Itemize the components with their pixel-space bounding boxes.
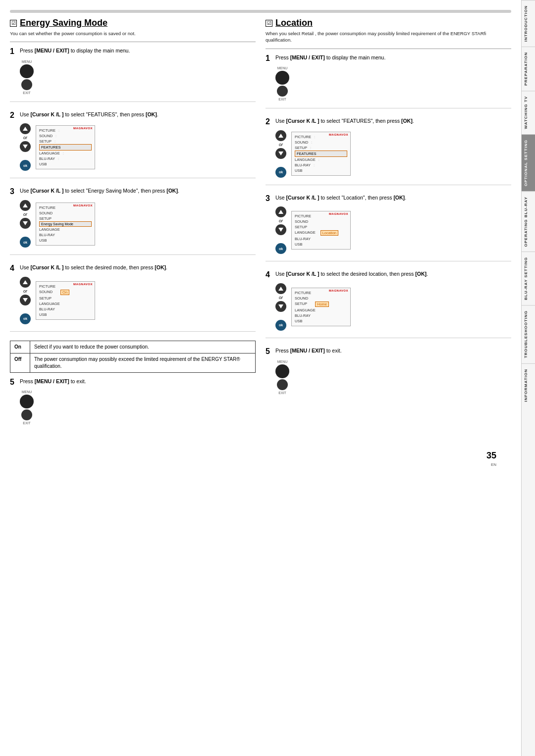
- top-bar: [10, 10, 511, 13]
- step-number: 4: [266, 270, 273, 279]
- menu-item-energy: Energy Saving Mode: [39, 221, 92, 227]
- section-divider-2: [266, 49, 511, 49]
- step-text: Use [Cursor K /L ] to select "Energy Sav…: [20, 187, 179, 195]
- energy-saving-checkbox: ☑: [10, 20, 17, 27]
- ok-button: ok: [275, 167, 286, 178]
- location-step-5: 5 Press [MENU / EXIT] to exit. MENU EXIT: [266, 347, 511, 402]
- cursor-down: [275, 301, 286, 312]
- menu-button: [275, 364, 289, 378]
- step-text: Use [Cursor K /L ] to select the desired…: [275, 270, 428, 278]
- cursor-col: or ok: [20, 200, 31, 248]
- option-off-label: Off: [10, 353, 30, 372]
- menu-item: LANGUAGE:: [295, 157, 347, 162]
- ok-button: ok: [20, 160, 31, 171]
- step-number: 3: [266, 194, 273, 203]
- menu-item: LANGUAGE: [39, 227, 92, 232]
- energy-step-3: 3 Use [Cursor K /L ] to select "Energy S…: [10, 187, 256, 255]
- exit-button: [21, 409, 32, 420]
- exit-label: EXIT: [23, 421, 31, 425]
- location-step-1: 1 Press [MENU / EXIT] to display the mai…: [266, 54, 511, 109]
- menu-item: USB: [295, 318, 347, 324]
- remote-illustration: MENU EXIT: [20, 60, 256, 95]
- location-step-4: 4 Use [Cursor K /L ] to select the desir…: [266, 270, 511, 338]
- step-text: Press [MENU / EXIT] to display the main …: [275, 54, 385, 61]
- menu-item: USB: [295, 168, 347, 173]
- menu-item: SETUP:: [39, 139, 92, 144]
- cursor-up: [275, 206, 286, 217]
- step-number: 5: [266, 347, 273, 356]
- menu-item: SETUP: [39, 296, 92, 301]
- menu-item: USB: [39, 238, 92, 243]
- menu-item: BLU-RAY:: [39, 156, 92, 161]
- cursor-col: or ok: [275, 283, 286, 331]
- ok-button: ok: [275, 243, 286, 254]
- menu-screen: MAGNAVOX PICTURE SOUND SETUP Energy Savi…: [36, 202, 95, 246]
- remote-illustration-5: MENU EXIT: [275, 360, 511, 395]
- cursor-col: or ok: [20, 123, 31, 171]
- section-divider-1: [10, 42, 256, 42]
- menu-label: MENU: [22, 60, 32, 63]
- menu-item: LANGUAGE: [295, 307, 347, 313]
- menu-illustration-3: or ok MAGNAVOX PICTURE SOUND SETUP: [20, 200, 256, 248]
- exit-button: [277, 379, 288, 390]
- cursor-up: [275, 130, 286, 141]
- two-column-layout: ☑ Energy Saving Mode You can set whether…: [10, 18, 511, 441]
- menu-item-features: FEATURES: [39, 144, 92, 151]
- cursor-up: [20, 200, 31, 211]
- energy-step-3-header: 3 Use [Cursor K /L ] to select "Energy S…: [10, 187, 256, 196]
- menu-item: SETUP: [295, 224, 347, 230]
- step-text: Press [MENU / EXIT] to exit.: [275, 347, 342, 354]
- option-off-desc: The power consumption may possibly excee…: [30, 353, 256, 372]
- menu-item: SETUPHome: [295, 301, 347, 307]
- menu-item: SOUND: [39, 210, 92, 216]
- step-number: 1: [266, 54, 273, 63]
- or-label: or: [23, 289, 27, 294]
- cursor-down: [275, 148, 286, 159]
- main-content: ☑ Energy Saving Mode You can set whether…: [0, 0, 521, 756]
- ok-button: ok: [275, 320, 286, 331]
- location-step-3-header: 3 Use [Cursor K /L ] to select "Location…: [266, 194, 511, 203]
- energy-step-1-header: 1 Press [MENU / EXIT] to display the mai…: [10, 47, 256, 56]
- page-number: 35: [486, 451, 496, 460]
- menu-item: SOUND:: [39, 133, 92, 139]
- cursor-col: or ok: [20, 277, 31, 324]
- step-number: 5: [10, 378, 18, 387]
- location-step-4-header: 4 Use [Cursor K /L ] to select the desir…: [266, 270, 511, 279]
- cursor-col: or ok: [275, 130, 286, 178]
- or-label: or: [279, 218, 283, 223]
- menu-item: SOUND: [295, 219, 347, 224]
- option-on-desc: Select if you want to reduce the power c…: [30, 341, 256, 353]
- cursor-up: [275, 283, 286, 294]
- sidebar-tab-information: INFORMATION: [522, 363, 535, 407]
- menu-item-features: FEATURES: [295, 151, 347, 157]
- options-table: On Select if you want to reduce the powe…: [10, 341, 256, 373]
- location-step-3: 3 Use [Cursor K /L ] to select "Location…: [266, 194, 511, 262]
- remote-illustration: MENU EXIT: [275, 66, 511, 101]
- page-en: EN: [491, 462, 496, 467]
- energy-step-5-header: 5 Press [MENU / EXIT] to exit.: [10, 378, 256, 387]
- menu-illustration-4: or ok MAGNAVOX PICTURE SOUNDOn SETUP: [20, 277, 256, 324]
- menu-item: SETUP:: [295, 145, 347, 151]
- ok-button: ok: [20, 237, 31, 248]
- energy-step-1: 1 Press [MENU / EXIT] to display the mai…: [10, 47, 256, 102]
- sidebar-tab-operating-bluray: OPERATING BLU-RAY: [522, 191, 535, 252]
- exit-label: EXIT: [278, 391, 286, 395]
- brand-label: MAGNAVOX: [329, 212, 348, 215]
- cursor-down: [275, 224, 286, 235]
- step-number: 4: [10, 264, 18, 273]
- menu-illustration-2: or ok MAGNAVOX PICTURE: SOUND: SETUP:: [275, 130, 511, 178]
- step-text: Use [Cursor K /L ] to select "FEATURES",…: [275, 117, 414, 125]
- location-checkbox: ☑: [266, 20, 272, 27]
- menu-item: SOUNDOn: [39, 289, 92, 296]
- cursor-down: [20, 295, 31, 305]
- menu-button: [20, 395, 34, 408]
- menu-item: BLU-RAY: [39, 306, 92, 312]
- exit-label: EXIT: [23, 91, 31, 95]
- step-number: 3: [10, 187, 18, 196]
- sidebar-tabs: INTRODUCTION PREPARATION WATCHING TV OPT…: [521, 0, 535, 756]
- remote-menu-col: MENU EXIT: [275, 66, 289, 101]
- location-section: ☑ Location When you select Retail , the …: [266, 18, 511, 441]
- menu-item: USB: [295, 242, 347, 247]
- table-row: On Select if you want to reduce the powe…: [10, 341, 256, 353]
- brand-label: MAGNAVOX: [73, 204, 93, 207]
